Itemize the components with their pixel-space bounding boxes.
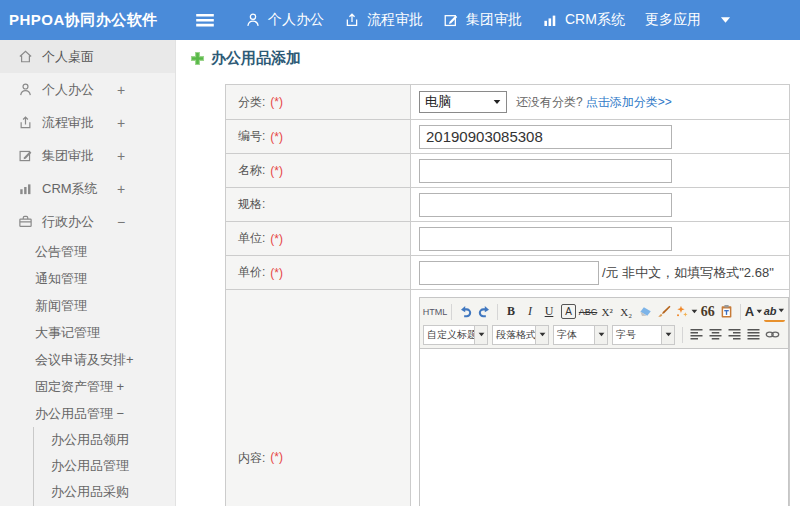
nav-crm-system[interactable]: CRM系统: [542, 11, 625, 29]
field-label-category: 分类: (*): [226, 85, 411, 119]
category-hint: 还没有分类?: [516, 94, 583, 111]
sidebar-item-crm-system[interactable]: CRM系统 +: [0, 172, 175, 205]
nav-label: 个人办公: [268, 11, 324, 29]
sidebar-item-fixed-assets-mgmt[interactable]: 固定资产管理 +: [0, 373, 175, 400]
add-category-link[interactable]: 点击添加分类>>: [586, 94, 672, 111]
code-input[interactable]: [419, 125, 672, 149]
sidebar-item-office-supplies-mgmt[interactable]: 办公用品管理 −: [0, 400, 175, 427]
underline-button[interactable]: U: [540, 302, 558, 322]
align-center-icon: [708, 327, 723, 342]
magic-sparkle-icon: [674, 304, 689, 319]
combo-dropdown-button[interactable]: [474, 326, 487, 344]
sidebar-item-supplies-manage[interactable]: 办公用品管理: [34, 453, 175, 479]
price-format-hint: /元 非中文，如填写格式"2.68": [602, 264, 774, 282]
nav-label: 流程审批: [367, 11, 423, 29]
spec-input[interactable]: [419, 193, 672, 217]
strikethrough-button[interactable]: ABC: [579, 302, 597, 322]
field-label-spec: 规格:: [226, 188, 411, 221]
chevron-down-icon: [720, 16, 731, 24]
html-source-button[interactable]: HTML: [423, 302, 447, 322]
expand-plus[interactable]: +: [117, 82, 125, 98]
expand-plus[interactable]: +: [117, 181, 125, 197]
align-left-button[interactable]: [687, 325, 705, 345]
hamburger-menu-icon[interactable]: [194, 9, 216, 31]
sidebar-item-memorabilia-mgmt[interactable]: 大事记管理: [0, 319, 175, 346]
sidebar-item-workflow-approval[interactable]: 流程审批 +: [0, 106, 175, 139]
format-painter-button[interactable]: [655, 302, 673, 322]
superscript-button[interactable]: X²: [598, 302, 616, 322]
field-label-price: 单价: (*): [226, 256, 411, 289]
share-icon: [18, 115, 33, 130]
nav-label: 集团审批: [466, 11, 522, 29]
name-input[interactable]: [419, 159, 672, 183]
align-right-icon: [727, 327, 742, 342]
user-icon: [245, 12, 261, 28]
nav-group-approval[interactable]: 集团审批: [443, 11, 522, 29]
undo-icon: [458, 304, 473, 319]
category-select[interactable]: 电脑: [419, 91, 507, 113]
sidebar-item-meeting-mgmt[interactable]: 会议申请及安排+: [0, 346, 175, 373]
form-row-content: 内容: (*) HTML B I: [226, 290, 789, 506]
font-color-button[interactable]: A: [745, 302, 763, 322]
nav-more-apps[interactable]: 更多应用: [645, 11, 731, 29]
edit-icon: [18, 148, 33, 163]
nav-personal-office[interactable]: 个人办公: [245, 11, 324, 29]
align-right-button[interactable]: [725, 325, 743, 345]
form-row-unit: 单位: (*): [226, 222, 789, 256]
sidebar-item-news-mgmt[interactable]: 新闻管理: [0, 292, 175, 319]
insert-link-button[interactable]: [763, 325, 781, 345]
sidebar-item-personal-office[interactable]: 个人办公 +: [0, 73, 175, 106]
align-center-button[interactable]: [706, 325, 724, 345]
custom-title-select[interactable]: 自定义标题: [423, 325, 488, 345]
justify-button[interactable]: [744, 325, 762, 345]
editor-toolbar-row1: HTML B I U A ABC X²: [423, 300, 785, 323]
sidebar-item-admin-office[interactable]: 行政办公 −: [0, 205, 175, 238]
undo-button[interactable]: [456, 302, 474, 322]
user-icon: [18, 82, 33, 97]
sidebar-item-group-approval[interactable]: 集团审批 +: [0, 139, 175, 172]
combo-dropdown-button[interactable]: [661, 326, 674, 344]
required-mark: (*): [270, 450, 283, 464]
auto-typeset-button[interactable]: [674, 302, 698, 322]
collapse-minus[interactable]: −: [117, 214, 125, 230]
combo-dropdown-button[interactable]: [594, 326, 607, 344]
required-mark: (*): [270, 232, 283, 246]
sidebar-item-notice-mgmt[interactable]: 通知管理: [0, 265, 175, 292]
sidebar-item-supplies-purchase[interactable]: 办公用品采购: [34, 479, 175, 505]
paste-as-text-button[interactable]: [718, 302, 736, 322]
chevron-down-icon: [778, 308, 785, 313]
paragraph-format-select[interactable]: 段落格式: [492, 325, 549, 345]
subscript-button[interactable]: X₂: [617, 302, 635, 322]
align-left-icon: [689, 327, 704, 342]
combo-dropdown-button[interactable]: [535, 326, 548, 344]
nav-workflow-approval[interactable]: 流程审批: [344, 11, 423, 29]
share-icon: [344, 12, 360, 28]
font-size-select[interactable]: 字号: [612, 325, 675, 345]
sidebar-item-personal-desktop[interactable]: 个人桌面: [0, 40, 175, 73]
clipboard-icon: [719, 304, 734, 319]
toolbar-separator: [682, 327, 683, 343]
chevron-down-icon: [691, 309, 698, 314]
price-input[interactable]: [419, 261, 599, 285]
required-mark: (*): [270, 266, 283, 280]
blockquote-button[interactable]: 66: [699, 302, 717, 322]
italic-button[interactable]: I: [521, 302, 539, 322]
briefcase-icon: [18, 214, 33, 229]
bar-chart-icon: [542, 12, 558, 28]
font-family-select[interactable]: 字体: [553, 325, 608, 345]
unit-input[interactable]: [419, 227, 672, 251]
add-plus-icon: [190, 51, 205, 66]
redo-button[interactable]: [475, 302, 493, 322]
nav-label: CRM系统: [565, 11, 625, 29]
expand-plus[interactable]: +: [117, 148, 125, 164]
expand-plus[interactable]: +: [117, 115, 125, 131]
highlight-color-button[interactable]: ab: [764, 302, 785, 322]
editor-content-area[interactable]: [419, 349, 789, 506]
sidebar-item-announcement-mgmt[interactable]: 公告管理: [0, 238, 175, 265]
char-border-button[interactable]: A: [561, 304, 576, 319]
chevron-down-icon: [478, 332, 485, 337]
remove-format-button[interactable]: [636, 302, 654, 322]
bold-button[interactable]: B: [502, 302, 520, 322]
sidebar-item-supplies-requisition[interactable]: 办公用品领用: [34, 427, 175, 453]
form-row-spec: 规格:: [226, 188, 789, 222]
